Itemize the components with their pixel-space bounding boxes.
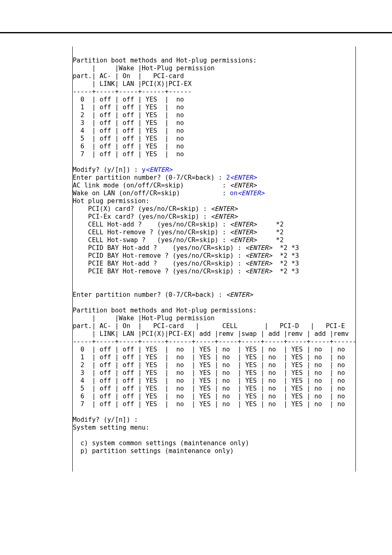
note-marker: *2 — [257, 229, 284, 236]
note-marker: *2 *3 — [272, 244, 299, 252]
note-marker: *2 *3 — [272, 252, 299, 259]
table-row: 7 | off | off | YES | no | YES | no | YE… — [73, 400, 345, 408]
page-rule — [0, 32, 392, 33]
table-row: 6 | off | off | YES | no | YES | no | YE… — [73, 393, 345, 400]
table-row: 2 | off | off | YES | no — [73, 111, 184, 119]
table-row: 4 | off | off | YES | no — [73, 127, 184, 134]
modify-prompt-label: Modify? (y/[n]) : — [73, 166, 142, 173]
cell-hot-remove-label: CELL Hot-remove ? (yes/no/CR=skip) : — [73, 229, 230, 236]
table-row: 2 | off | off | YES | no | YES | no | YE… — [73, 361, 345, 369]
enter-key: <ENTER> — [230, 236, 257, 244]
enter-key: <ENTER> — [238, 190, 264, 197]
note-marker: *2 *3 — [272, 260, 299, 267]
enter-key: <ENTER> — [230, 174, 257, 181]
pcix-card-label: PCI(X) card? (yes/no/CR=skip) : — [73, 205, 211, 213]
pcie-bay-add-label: PCIE BAY Hot-add ? (yes/no/CR=skip) : — [73, 260, 245, 267]
terminal-output: Partition boot methods and Hot-plug perm… — [72, 46, 356, 472]
enter-key: <ENTER> — [211, 213, 238, 220]
enter-key: <ENTER> — [245, 260, 272, 267]
menu-item-p: p) partition settings (maintenance only) — [73, 447, 234, 455]
section1-header-l3: | LINK| LAN |PCI(X)|PCI-EX — [73, 80, 191, 88]
table-row: 4 | off | off | YES | no | YES | no | YE… — [73, 377, 345, 384]
note-marker: *2 — [257, 236, 284, 244]
wake-lan-prompt-label: Wake on LAN (on/off/CR=skip) : — [73, 190, 230, 197]
section2-header-l2: part.| AC- | On | PCI-card | CELL | PCI-… — [73, 322, 345, 330]
cell-hot-add-label: CELL Hot-add ? (yes/no/CR=skip) : — [73, 221, 230, 228]
enter-key: <ENTER> — [211, 205, 238, 213]
enter-key: <ENTER> — [145, 166, 172, 173]
section1-header-sep: -----+-----+-----+------+------ — [73, 88, 191, 95]
partition-prompt-label: Enter partition number? (0-7/CR=back) : — [73, 174, 226, 181]
wake-lan-prompt-input: on — [230, 190, 238, 197]
table-row: 3 | off | off | YES | no — [73, 119, 184, 127]
ac-link-prompt-label: AC link mode (on/off/CR=skip) : — [73, 182, 230, 189]
partition-prompt-label: Enter partition number? (0-7/CR=back) : — [73, 291, 226, 298]
hotplug-title: Hot plug permission: — [73, 197, 150, 205]
table-row: 5 | off | off | YES | no — [73, 135, 184, 142]
note-marker: *2 *3 — [272, 268, 299, 275]
system-setting-menu-title: System setting menu: — [73, 424, 150, 431]
table-row: 5 | off | off | YES | no | YES | no | YE… — [73, 385, 345, 392]
enter-key: <ENTER> — [230, 229, 257, 236]
section2-title: Partition boot methods and Hot-plug perm… — [73, 307, 257, 314]
table-row: 6 | off | off | YES | no — [73, 143, 184, 150]
pcie-bay-remove-label: PCIE BAY Hot-remove ? (yes/no/CR=skip) : — [73, 268, 245, 275]
table-row: 0 | off | off | YES | no — [73, 96, 184, 103]
page: Partition boot methods and Hot-plug perm… — [0, 32, 392, 555]
section2-header-l1: | |Wake |Hot-Plug permission — [73, 314, 214, 322]
modify-prompt-input: y — [142, 166, 145, 173]
table-row: 3 | off | off | YES | no | YES | no | YE… — [73, 369, 345, 377]
note-marker: *2 — [257, 221, 284, 228]
section1-header-l1: | |Wake |Hot-Plug permission — [73, 65, 214, 72]
table-row: 0 | off | off | YES | no | YES | no | YE… — [73, 346, 345, 353]
enter-key: <ENTER> — [226, 291, 253, 298]
pcid-bay-remove-label: PCID BAY Hot-remove ? (yes/no/CR=skip) : — [73, 252, 245, 259]
section2-header-sep: -----+-----+-----+------+------+-----+--… — [73, 338, 357, 345]
pciex-card-label: PCI-Ex card? (yes/no/CR=skip) : — [73, 213, 211, 220]
partition-prompt-input: 2 — [226, 174, 230, 181]
enter-key: <ENTER> — [245, 252, 272, 259]
enter-key: <ENTER> — [230, 182, 257, 189]
table-row: 1 | off | off | YES | no — [73, 104, 184, 111]
enter-key: <ENTER> — [230, 221, 257, 228]
section2-header-l3: | LINK| LAN |PCI(X)|PCI-EX| add |remv |s… — [73, 330, 349, 338]
pcid-bay-add-label: PCID BAY Hot-add ? (yes/no/CR=skip) : — [73, 244, 245, 252]
section1-title: Partition boot methods and Hot-plug perm… — [73, 57, 257, 64]
enter-key: <ENTER> — [245, 268, 272, 275]
cell-hot-swap-label: CELL Hot-swap ? (yes/no/CR=skip) : — [73, 236, 230, 244]
table-row: 1 | off | off | YES | no | YES | no | YE… — [73, 354, 345, 361]
enter-key: <ENTER> — [245, 244, 272, 252]
table-row: 7 | off | off | YES | no — [73, 150, 184, 158]
menu-item-c: c) system common settings (maintenance o… — [73, 439, 249, 447]
modify-prompt: Modify? (y/[n]) : — [73, 416, 138, 423]
section1-header-l2: part.| AC- | On | PCI-card — [73, 72, 184, 80]
